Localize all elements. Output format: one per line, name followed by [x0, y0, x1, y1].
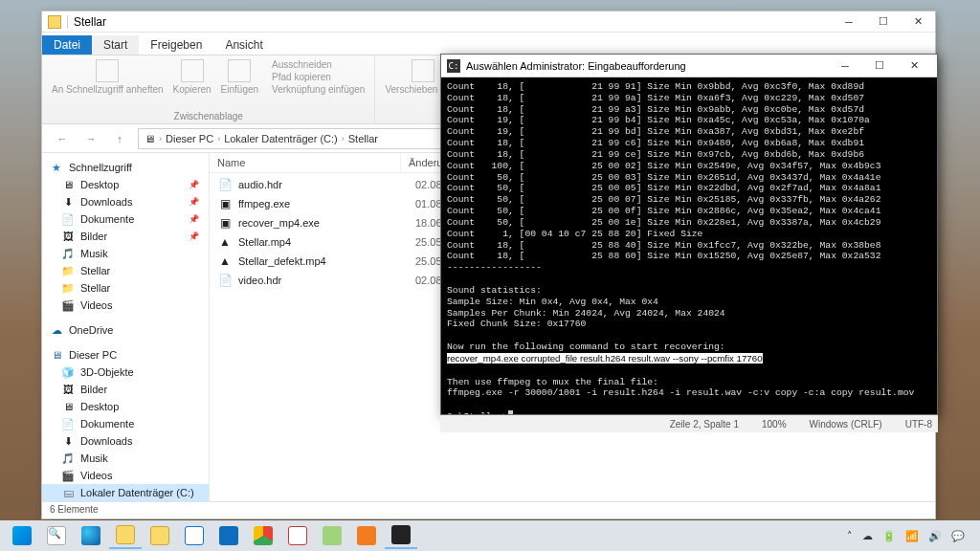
console-titlebar[interactable]: C: Auswählen Administrator: Eingabeauffo…	[441, 55, 937, 77]
file-icon: ▣	[217, 215, 233, 231]
taskbar-tc[interactable]	[281, 522, 314, 549]
sidebar-item[interactable]: 🎵Musik	[42, 450, 209, 467]
taskbar-explorer[interactable]	[109, 522, 142, 549]
taskbar-store[interactable]	[178, 522, 211, 549]
forward-button[interactable]: →	[80, 128, 101, 149]
file-icon: ▲	[217, 234, 233, 250]
file-icon: 📄	[217, 273, 233, 288]
onedrive-icon[interactable]: ☁	[862, 530, 873, 542]
console-minimize[interactable]: ─	[828, 55, 862, 77]
explorer-statusbar: 6 Elemente	[42, 501, 935, 518]
taskbar-npp[interactable]	[316, 522, 348, 549]
tab-view[interactable]: Ansicht	[213, 35, 274, 55]
sidebar-item[interactable]: 🖼Bilder📌	[42, 228, 209, 245]
taskbar-mail[interactable]	[212, 522, 245, 549]
file-name: Stellar.mp4	[238, 236, 415, 248]
up-button[interactable]: ↑	[109, 128, 130, 149]
sidebar-thispc[interactable]: 🖥Dieser PC	[42, 346, 209, 364]
pin-button[interactable]: An Schnellzugriff anheften	[52, 59, 164, 95]
pc-icon: 🖥	[145, 133, 155, 144]
file-name: recover_mp4.exe	[238, 217, 415, 229]
copypath-button[interactable]: Pfad kopieren	[268, 72, 365, 82]
copy-button[interactable]: Kopieren	[173, 59, 212, 95]
console-output[interactable]: Count 18, [ 21 99 91] Size Min 0x9bbd, A…	[441, 77, 937, 414]
close-button[interactable]: ✕	[901, 11, 935, 33]
tab-file[interactable]: Datei	[42, 35, 92, 55]
window-title: Stellar	[74, 15, 106, 29]
sidebar-item[interactable]: 📁Stellar	[42, 279, 209, 297]
tab-start[interactable]: Start	[92, 35, 139, 55]
minimize-button[interactable]: ─	[832, 11, 866, 33]
back-button[interactable]: ←	[52, 128, 73, 149]
sidebar-item[interactable]: 🖼Bilder	[42, 381, 209, 398]
tray-up-icon[interactable]: ˄	[847, 530, 853, 542]
sidebar-item[interactable]: 🧊3D-Objekte	[42, 364, 209, 381]
file-name: audio.hdr	[238, 179, 415, 190]
console-close[interactable]: ✕	[897, 55, 931, 77]
ribbon-tabs: Datei Start Freigeben Ansicht	[42, 33, 935, 55]
sidebar-item[interactable]: 🖥Desktop📌	[42, 176, 209, 193]
folder-icon	[48, 15, 61, 29]
sidebar-item[interactable]: 📁Stellar	[42, 262, 209, 279]
file-name: video.hdr	[238, 275, 415, 286]
sidebar-item[interactable]: ⬇Downloads📌	[42, 193, 209, 210]
file-icon: ▣	[217, 196, 233, 211]
file-name: ffmpeg.exe	[238, 198, 415, 209]
cmd-icon: C:	[447, 59, 460, 73]
sidebar-item[interactable]: 🎬Videos	[42, 297, 209, 314]
sidebar: ★Schnellzugriff 🖥Desktop📌 ⬇Downloads📌 📄D…	[42, 153, 210, 501]
file-icon: ▲	[217, 253, 233, 269]
col-name[interactable]: Name	[210, 153, 401, 172]
sidebar-item[interactable]: 🎵Musik	[42, 245, 209, 262]
system-tray[interactable]: ˄ ☁ 🔋 📶 🔊 💬	[847, 530, 974, 542]
notifications-icon[interactable]: 💬	[951, 530, 965, 542]
taskbar-edge[interactable]	[75, 522, 107, 549]
console-title: Auswählen Administrator: Eingabeaufforde…	[466, 60, 686, 72]
pasteshortcut-button[interactable]: Verknüpfung einfügen	[268, 84, 365, 95]
console-window: C: Auswählen Administrator: Eingabeauffo…	[440, 54, 938, 415]
search-button[interactable]: 🔍	[40, 522, 73, 549]
console-maximize[interactable]: ☐	[862, 55, 897, 77]
battery-icon[interactable]: 🔋	[882, 530, 896, 542]
start-button[interactable]	[6, 522, 38, 549]
sidebar-quickaccess[interactable]: ★Schnellzugriff	[42, 159, 209, 176]
tab-share[interactable]: Freigeben	[139, 35, 213, 55]
editor-statusline: Zeile 2, Spalte 1 100% Windows (CRLF) UT…	[440, 415, 938, 432]
sidebar-item[interactable]: 📄Dokumente📌	[42, 210, 209, 228]
taskbar-cmd[interactable]	[385, 522, 417, 549]
explorer-titlebar[interactable]: Stellar ─ ☐ ✕	[42, 11, 935, 33]
file-icon: 📄	[217, 177, 233, 192]
sidebar-item-local-disk[interactable]: 🖴Lokaler Datenträger (C:)	[42, 484, 209, 501]
sidebar-item[interactable]: ⬇Downloads	[42, 432, 209, 450]
maximize-button[interactable]: ☐	[866, 11, 901, 33]
file-name: Stellar_defekt.mp4	[238, 255, 415, 267]
cut-button[interactable]: Ausschneiden	[268, 59, 365, 70]
taskbar-chrome[interactable]	[247, 522, 279, 549]
sidebar-onedrive[interactable]: ☁OneDrive	[42, 321, 209, 339]
sidebar-item[interactable]: 📄Dokumente	[42, 415, 209, 432]
taskbar-vlc[interactable]	[350, 522, 383, 549]
sidebar-item[interactable]: 🖥Desktop	[42, 398, 209, 415]
taskbar-explorer2[interactable]	[144, 522, 176, 549]
wifi-icon[interactable]: 📶	[905, 530, 919, 542]
sidebar-item[interactable]: 🎬Videos	[42, 467, 209, 484]
paste-button[interactable]: Einfügen	[221, 59, 258, 95]
volume-icon[interactable]: 🔊	[928, 530, 942, 542]
taskbar: 🔍 ˄ ☁ 🔋 📶 🔊 💬	[0, 520, 980, 551]
